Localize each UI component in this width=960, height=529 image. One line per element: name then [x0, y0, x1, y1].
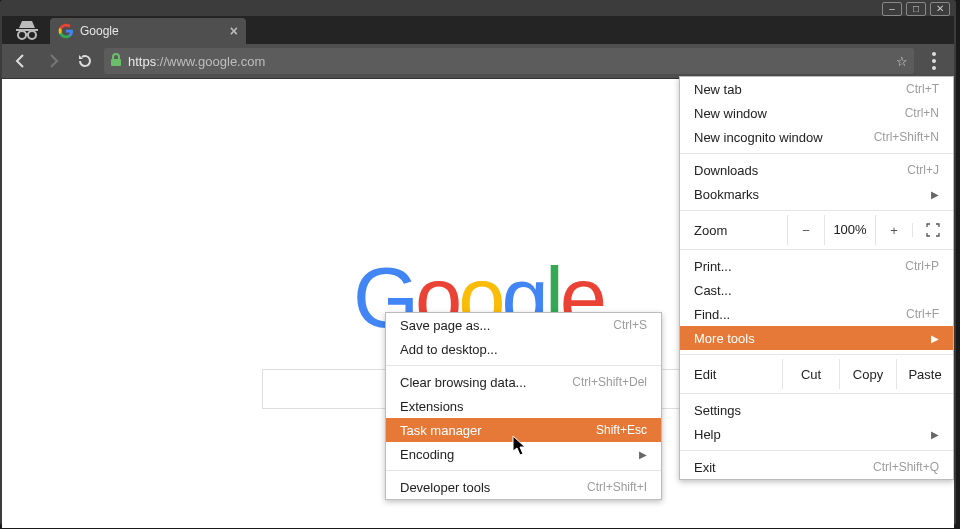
menu-separator: [680, 450, 953, 451]
menu-find[interactable]: Find...Ctrl+F: [680, 302, 953, 326]
submenu-add-to-desktop[interactable]: Add to desktop...: [386, 337, 661, 361]
maximize-button[interactable]: □: [906, 2, 926, 16]
menu-new-incognito[interactable]: New incognito windowCtrl+Shift+N: [680, 125, 953, 149]
tab-strip: Google ×: [2, 16, 954, 44]
menu-separator: [386, 365, 661, 366]
svg-point-3: [932, 52, 936, 56]
main-menu: New tabCtrl+T New windowCtrl+N New incog…: [679, 76, 954, 480]
menu-print[interactable]: Print...Ctrl+P: [680, 254, 953, 278]
bookmark-star-icon[interactable]: ☆: [896, 54, 908, 69]
chevron-right-icon: ▶: [931, 189, 939, 200]
copy-button[interactable]: Copy: [839, 359, 896, 389]
menu-separator: [680, 210, 953, 211]
menu-settings[interactable]: Settings: [680, 398, 953, 422]
cut-button[interactable]: Cut: [782, 359, 839, 389]
more-tools-submenu: Save page as...Ctrl+S Add to desktop... …: [385, 312, 662, 500]
mouse-cursor-icon: [512, 435, 528, 460]
google-favicon-icon: [58, 23, 74, 39]
chevron-right-icon: ▶: [931, 333, 939, 344]
tab-close-button[interactable]: ×: [230, 23, 238, 39]
menu-separator: [386, 470, 661, 471]
menu-cast[interactable]: Cast...: [680, 278, 953, 302]
paste-button[interactable]: Paste: [896, 359, 953, 389]
menu-zoom-row: Zoom − 100% +: [680, 215, 953, 245]
zoom-value: 100%: [824, 215, 875, 245]
main-menu-button[interactable]: [920, 48, 948, 74]
url-text: https://www.google.com: [128, 54, 265, 69]
menu-separator: [680, 153, 953, 154]
incognito-icon: [14, 20, 40, 40]
chevron-right-icon: ▶: [639, 449, 647, 460]
reload-button[interactable]: [72, 48, 98, 74]
omnibox[interactable]: https://www.google.com ☆: [104, 48, 914, 74]
close-window-button[interactable]: ✕: [930, 2, 950, 16]
chevron-right-icon: ▶: [931, 429, 939, 440]
menu-separator: [680, 249, 953, 250]
submenu-save-page[interactable]: Save page as...Ctrl+S: [386, 313, 661, 337]
menu-exit[interactable]: ExitCtrl+Shift+Q: [680, 455, 953, 479]
toolbar: https://www.google.com ☆: [2, 44, 954, 79]
back-button[interactable]: [8, 48, 34, 74]
svg-rect-2: [111, 59, 121, 66]
menu-new-tab[interactable]: New tabCtrl+T: [680, 77, 953, 101]
zoom-label: Zoom: [694, 223, 787, 238]
menu-separator: [680, 393, 953, 394]
fullscreen-button[interactable]: [912, 223, 953, 237]
minimize-button[interactable]: –: [882, 2, 902, 16]
svg-point-4: [932, 59, 936, 63]
tab-title: Google: [80, 24, 119, 38]
menu-edit-row: Edit Cut Copy Paste: [680, 359, 953, 389]
menu-more-tools[interactable]: More tools▶: [680, 326, 953, 350]
svg-point-5: [932, 66, 936, 70]
submenu-clear-data[interactable]: Clear browsing data...Ctrl+Shift+Del: [386, 370, 661, 394]
edit-label: Edit: [694, 367, 782, 382]
titlebar: – □ ✕: [2, 2, 954, 16]
forward-button[interactable]: [40, 48, 66, 74]
lock-icon: [110, 53, 122, 70]
menu-downloads[interactable]: DownloadsCtrl+J: [680, 158, 953, 182]
submenu-extensions[interactable]: Extensions: [386, 394, 661, 418]
menu-new-window[interactable]: New windowCtrl+N: [680, 101, 953, 125]
zoom-out-button[interactable]: −: [787, 215, 824, 245]
menu-separator: [680, 354, 953, 355]
zoom-in-button[interactable]: +: [875, 215, 912, 245]
svg-point-1: [28, 31, 36, 39]
svg-point-0: [18, 31, 26, 39]
menu-help[interactable]: Help▶: [680, 422, 953, 446]
menu-bookmarks[interactable]: Bookmarks▶: [680, 182, 953, 206]
submenu-devtools[interactable]: Developer toolsCtrl+Shift+I: [386, 475, 661, 499]
tab-active[interactable]: Google ×: [50, 18, 246, 44]
